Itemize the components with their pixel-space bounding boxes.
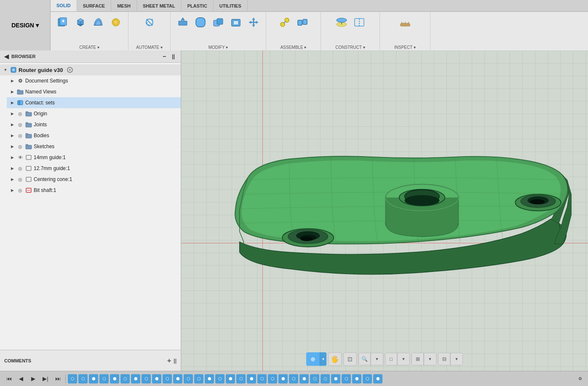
zoom-in-button[interactable]: 🔍: [359, 353, 371, 365]
timeline-item-20[interactable]: ⬡: [268, 374, 277, 383]
timeline-item-3[interactable]: ⬢: [89, 374, 98, 383]
skip-fwd-button[interactable]: ⏭: [52, 373, 63, 384]
comments-collapse-button[interactable]: ||: [174, 358, 176, 364]
origin-arrow[interactable]: ▶: [9, 111, 15, 117]
tree-item-centering-cone[interactable]: ▶ ◎ Centering cone:1: [7, 174, 181, 185]
skip-back-button[interactable]: ⏮: [3, 373, 14, 384]
tree-item-document-settings[interactable]: ▶ ⚙ Document Settings: [7, 75, 181, 86]
timeline-item-1[interactable]: ⬡: [68, 374, 77, 383]
measure-button[interactable]: [397, 14, 413, 30]
modify-button[interactable]: [108, 14, 124, 30]
automate-label[interactable]: AUTOMATE ▾: [136, 45, 162, 50]
127mm-arrow[interactable]: ▶: [9, 165, 15, 171]
joints-visibility-icon[interactable]: ◎: [17, 121, 24, 128]
timeline-item-30[interactable]: ⬢: [373, 374, 382, 383]
timeline-item-26[interactable]: ⬢: [331, 374, 340, 383]
timeline-item-7[interactable]: ⬢: [131, 374, 140, 383]
modify-label[interactable]: MODIFY ▾: [208, 45, 228, 50]
timeline-item-19[interactable]: ⬡: [257, 374, 267, 383]
construct-label[interactable]: CONSTRUCT ▾: [335, 45, 365, 50]
select-dropdown[interactable]: ▼: [320, 352, 326, 366]
browser-minimize-button[interactable]: −: [161, 53, 168, 60]
tree-item-named-views[interactable]: ▶ Named Views: [7, 86, 181, 97]
midplane-button[interactable]: [351, 14, 367, 30]
automate-button[interactable]: [142, 14, 158, 30]
browser-collapse-button[interactable]: ||: [170, 53, 176, 59]
tree-item-14mm-guide[interactable]: ▶ 👁 14mm guide:1: [7, 152, 181, 163]
play-button[interactable]: ▶: [28, 373, 39, 384]
timeline-item-29[interactable]: ⬡: [363, 374, 372, 383]
tree-root-item[interactable]: ▼ Router guide v30: [0, 64, 181, 75]
move-button[interactable]: [246, 14, 262, 30]
tree-item-127mm-guide[interactable]: ▶ ◎ 12.7mm guide:1: [7, 163, 181, 174]
timeline-item-21[interactable]: ⬢: [278, 374, 288, 383]
timeline-item-8[interactable]: ⬡: [142, 374, 151, 383]
tab-solid[interactable]: SOLID: [51, 0, 77, 11]
timeline-item-6[interactable]: ⬡: [120, 374, 130, 383]
contact-sets-arrow[interactable]: ▶: [9, 100, 15, 106]
timeline-item-28[interactable]: ⬢: [352, 374, 361, 383]
timeline-item-18[interactable]: ⬢: [247, 374, 256, 383]
bit-shaft-visibility-icon[interactable]: ◎: [17, 187, 24, 194]
zoom-fit-button[interactable]: ⊡: [343, 352, 357, 366]
pan-button[interactable]: 🖐: [328, 352, 342, 366]
view-cube-button[interactable]: ⊟: [438, 353, 450, 365]
timeline-item-2[interactable]: ⬡: [78, 374, 88, 383]
tree-item-contact-sets[interactable]: ▶ Contact: sets: [7, 97, 181, 108]
box-button[interactable]: [72, 14, 88, 30]
timeline-item-9[interactable]: ⬢: [152, 374, 161, 383]
bodies-arrow[interactable]: ▶: [9, 133, 15, 138]
bit-shaft-arrow[interactable]: ▶: [9, 187, 15, 193]
timeline-item-10[interactable]: ⬡: [163, 374, 172, 383]
tab-sheet-metal[interactable]: SHEET METAL: [137, 0, 182, 11]
joints-arrow[interactable]: ▶: [9, 122, 15, 128]
tab-surface[interactable]: SURFACE: [77, 0, 112, 11]
shell-button[interactable]: [90, 14, 106, 30]
grid-dropdown[interactable]: ▼: [424, 353, 436, 365]
create-label[interactable]: CREATE ▾: [79, 45, 99, 50]
14mm-arrow[interactable]: ▶: [9, 154, 15, 160]
tab-plastic[interactable]: PLASTIC: [182, 0, 214, 11]
tree-item-origin[interactable]: ▶ ◎ Origin: [7, 108, 181, 119]
tab-mesh[interactable]: MESH: [111, 0, 137, 11]
timeline-item-17[interactable]: ⬡: [236, 374, 246, 383]
view-cube-dropdown[interactable]: ▼: [451, 353, 462, 365]
named-views-arrow[interactable]: ▶: [9, 89, 15, 95]
centering-cone-visibility-icon[interactable]: ◎: [17, 176, 24, 183]
assemble-label[interactable]: ASSEMBLE ▾: [281, 45, 307, 50]
origin-visibility-icon[interactable]: ◎: [17, 110, 24, 117]
timeline-item-16[interactable]: ⬢: [226, 374, 235, 383]
timeline-item-12[interactable]: ⬡: [184, 374, 193, 383]
grid-button[interactable]: ⊞: [412, 353, 424, 365]
tree-item-bodies[interactable]: ▶ ◎ Bodies: [7, 130, 181, 141]
inspect-label[interactable]: INSPECT ▾: [394, 45, 416, 50]
browser-expand-icon[interactable]: ◀: [4, 53, 9, 60]
sketches-arrow[interactable]: ▶: [9, 144, 15, 149]
timeline-settings[interactable]: ⚙: [575, 374, 585, 383]
timeline-item-5[interactable]: ⬢: [110, 374, 119, 383]
timeline-item-25[interactable]: ⬡: [321, 374, 330, 383]
fillet-button[interactable]: [192, 14, 208, 30]
127mm-visibility-icon[interactable]: ◎: [17, 165, 24, 172]
select-button[interactable]: ⊕: [306, 352, 320, 366]
timeline-item-27[interactable]: ⬡: [342, 374, 351, 383]
timeline-item-14[interactable]: ⬢: [205, 374, 214, 383]
timeline-item-23[interactable]: ⬢: [299, 374, 309, 383]
design-button[interactable]: DESIGN ▾: [0, 0, 51, 51]
centering-cone-arrow[interactable]: ▶: [9, 176, 15, 182]
step-back-button[interactable]: ◀: [16, 373, 27, 384]
timeline-item-24[interactable]: ⬡: [310, 374, 319, 383]
step-fwd-button[interactable]: ▶|: [40, 373, 51, 384]
comments-add-button[interactable]: +: [167, 357, 171, 365]
offset-plane-button[interactable]: [334, 14, 350, 30]
display-dropdown[interactable]: ▼: [398, 353, 409, 365]
tree-item-sketches[interactable]: ▶ ◎ Sketches: [7, 141, 181, 152]
tree-item-bit-shaft[interactable]: ▶ ◎ Bit shaft:1: [7, 185, 181, 196]
tree-item-joints[interactable]: ▶ ◎ Joints: [7, 119, 181, 130]
timeline-item-13[interactable]: ⬡: [194, 374, 203, 383]
shell-modify-button[interactable]: [228, 14, 244, 30]
display-mode-button[interactable]: □: [385, 353, 397, 365]
combine-button[interactable]: [210, 14, 226, 30]
rigid-group-button[interactable]: [294, 14, 310, 30]
14mm-visibility-icon[interactable]: 👁: [17, 154, 24, 161]
